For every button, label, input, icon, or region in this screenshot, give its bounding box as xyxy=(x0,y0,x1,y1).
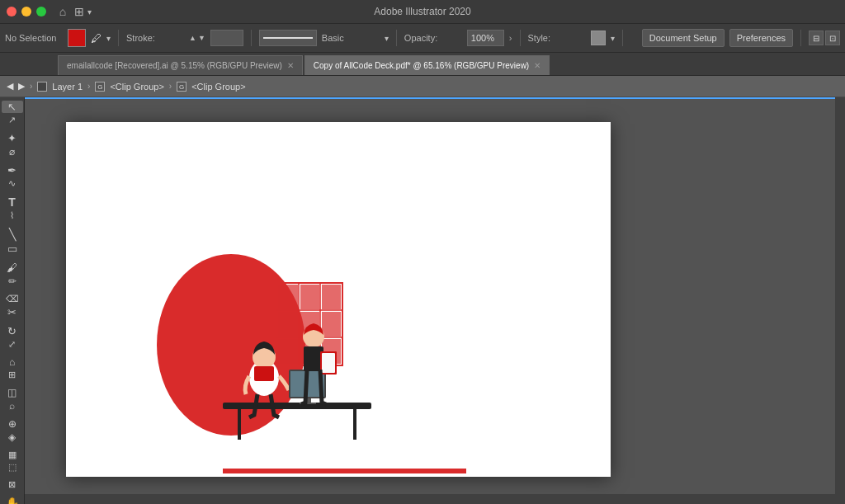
stroke-up-icon[interactable]: ▲ xyxy=(189,34,196,42)
align-icons-group: ⊟ ⊡ xyxy=(809,31,840,45)
tool-bar-graph[interactable]: ▦ xyxy=(2,450,23,460)
divider-5 xyxy=(622,30,623,46)
traffic-lights xyxy=(7,7,46,16)
tool-direct-selection[interactable]: ↗ xyxy=(2,115,23,125)
tool-rectangle[interactable]: ▭ xyxy=(2,243,23,255)
left-toolbar: ↖ ↗ ✦ ⌀ ✒ ∿ T ⌇ ╲ ▭ 🖌 ✏ ⌫ ✂ ↻ ⤢ ⌂ ⊞ ◫ ⌕ … xyxy=(0,97,25,504)
divider-1 xyxy=(118,30,119,46)
tool-paintbrush[interactable]: 🖌 xyxy=(2,261,23,274)
tab-0-close-icon[interactable]: ✕ xyxy=(287,61,294,70)
tool-lasso[interactable]: ⌀ xyxy=(2,146,23,158)
clip-group-icon-2: G xyxy=(177,82,186,92)
breadcrumb-nav-left-icon[interactable]: ◀ xyxy=(7,81,13,92)
breadcrumb-clip-group2[interactable]: <Clip Group> xyxy=(191,82,245,92)
canvas-container: a xyxy=(66,122,611,477)
selection-indicator xyxy=(25,97,845,99)
vertical-scrollbar[interactable] xyxy=(835,97,845,494)
tool-text[interactable]: T xyxy=(2,195,23,209)
tool-rotate[interactable]: ↻ xyxy=(2,325,23,337)
tab-0[interactable]: emailallcode [Recovered].ai @ 5.15% (RGB… xyxy=(58,55,303,75)
chevron-down-icon[interactable]: ▾ xyxy=(87,7,92,16)
tool-blend[interactable]: ⊕ xyxy=(2,418,23,430)
opacity-expand-icon[interactable]: › xyxy=(509,33,512,43)
breadcrumb-bar: ◀ ▶ › Layer 1 › G <Clip Group> › G <Clip… xyxy=(0,76,845,97)
breadcrumb-arrow-icon: › xyxy=(30,82,32,91)
document-setup-button[interactable]: Document Setup xyxy=(642,29,725,47)
app-title: Adobe Illustrator 2020 xyxy=(374,6,470,17)
divider-6 xyxy=(800,30,801,46)
svg-rect-11 xyxy=(322,312,341,337)
tool-line[interactable]: ╲ xyxy=(2,228,23,241)
tool-scale[interactable]: ⤢ xyxy=(2,339,23,350)
stroke-down-icon[interactable]: ▼ xyxy=(198,34,205,42)
breadcrumb-clip-group1[interactable]: <Clip Group> xyxy=(110,82,163,92)
stroke-chevron-icon[interactable]: ▾ xyxy=(385,34,389,43)
tool-gradient[interactable]: ◫ xyxy=(2,387,23,398)
tab-1-close-icon[interactable]: ✕ xyxy=(534,61,541,70)
svg-rect-28 xyxy=(322,353,335,373)
tool-eyedropper[interactable]: ⌕ xyxy=(2,400,23,412)
svg-rect-20 xyxy=(254,366,274,381)
maximize-button[interactable] xyxy=(36,7,46,16)
preferences-button[interactable]: Preferences xyxy=(729,29,793,47)
stroke-style-box[interactable] xyxy=(259,30,317,46)
canvas-svg: a xyxy=(66,122,611,477)
clip-group-icon-1: G xyxy=(95,82,105,92)
stroke-width-input[interactable] xyxy=(210,30,243,46)
tool-symbol[interactable]: ◈ xyxy=(2,431,23,443)
svg-rect-9 xyxy=(278,312,298,337)
selection-label: No Selection xyxy=(5,33,63,43)
layout-icon[interactable]: ⊞ xyxy=(71,3,87,20)
close-button[interactable] xyxy=(7,7,17,16)
svg-rect-6 xyxy=(278,285,298,309)
stroke-label: Stroke: xyxy=(126,33,184,43)
fill-chevron-icon[interactable]: ▾ xyxy=(106,34,111,43)
tool-selection[interactable]: ↖ xyxy=(2,101,23,113)
main-layout: ↖ ↗ ✦ ⌀ ✒ ∿ T ⌇ ╲ ▭ 🖌 ✏ ⌫ ✂ ↻ ⤢ ⌂ ⊞ ◫ ⌕ … xyxy=(0,97,845,504)
fill-color-swatch[interactable] xyxy=(68,29,86,47)
tool-warp[interactable]: ⌂ xyxy=(2,356,23,368)
svg-rect-12 xyxy=(278,339,298,364)
tool-touch[interactable]: ⌇ xyxy=(2,210,23,221)
home-icon[interactable]: ⌂ xyxy=(54,3,71,20)
horizontal-scrollbar[interactable] xyxy=(25,494,845,504)
tool-pen[interactable]: ✒ xyxy=(2,164,23,177)
tool-artboard[interactable]: ⬚ xyxy=(2,462,23,473)
align-right-icon[interactable]: ⊡ xyxy=(825,31,840,45)
breadcrumb-sep-icon: › xyxy=(87,82,90,91)
tab-1-label: Copy of AllCode Deck.pdf* @ 65.16% (RGB/… xyxy=(314,61,529,70)
basic-label: Basic xyxy=(322,33,380,43)
breadcrumb-sep2-icon: › xyxy=(169,82,172,91)
tabs-bar: emailallcode [Recovered].ai @ 5.15% (RGB… xyxy=(0,53,845,76)
main-toolbar: No Selection 🖊 ▾ Stroke: ▲ ▼ Basic ▾ Opa… xyxy=(0,23,845,53)
tab-1[interactable]: Copy of AllCode Deck.pdf* @ 65.16% (RGB/… xyxy=(304,55,550,75)
minimize-button[interactable] xyxy=(21,7,31,16)
tool-eraser[interactable]: ⌫ xyxy=(2,294,23,304)
layer-icon xyxy=(37,82,47,92)
breadcrumb-nav-right-icon[interactable]: ▶ xyxy=(18,81,25,92)
canvas-area[interactable]: a xyxy=(25,97,845,504)
breadcrumb-layer1[interactable]: Layer 1 xyxy=(52,82,83,92)
style-color-swatch[interactable] xyxy=(591,31,606,45)
svg-rect-7 xyxy=(300,285,319,309)
opacity-label: Opacity: xyxy=(404,33,462,43)
opacity-input[interactable]: 100% xyxy=(467,30,504,46)
divider-2 xyxy=(251,30,252,46)
tool-magic-wand[interactable]: ✦ xyxy=(2,132,23,144)
tool-curvature[interactable]: ∿ xyxy=(2,178,23,189)
tab-0-label: emailallcode [Recovered].ai @ 5.15% (RGB… xyxy=(67,61,282,70)
fill-icon[interactable]: 🖊 xyxy=(91,32,101,45)
divider-4 xyxy=(520,30,521,46)
style-label: Style: xyxy=(528,33,586,43)
tool-shape-build[interactable]: ⊞ xyxy=(2,370,23,380)
divider-3 xyxy=(396,30,397,46)
tool-slice[interactable]: ⊠ xyxy=(2,479,23,490)
align-left-icon[interactable]: ⊟ xyxy=(809,31,824,45)
svg-rect-8 xyxy=(322,285,341,309)
svg-rect-15 xyxy=(223,403,371,409)
style-chevron-icon[interactable]: ▾ xyxy=(611,34,615,43)
tool-hand[interactable]: ✋ xyxy=(2,497,23,504)
tool-scissors[interactable]: ✂ xyxy=(2,306,23,318)
tool-pencil[interactable]: ✏ xyxy=(2,276,23,287)
svg-rect-29 xyxy=(223,469,466,473)
